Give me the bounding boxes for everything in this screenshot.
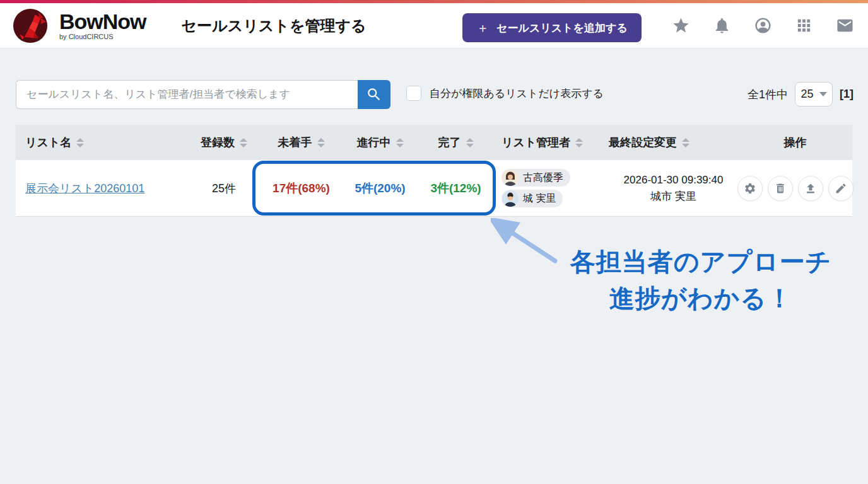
table-row: 展示会リスト20260101 25件 17件(68%) 5件(20%) 3件(1… [16, 160, 852, 217]
caret-down-icon [819, 92, 827, 96]
edit-button[interactable] [828, 176, 853, 201]
last-modified-cell: 2026-01-30 09:39:40 城市 実里 [602, 172, 738, 205]
permission-filter: 自分が権限あるリストだけ表示する [406, 86, 604, 101]
sort-icon[interactable] [317, 138, 325, 147]
manager-name: 古高優季 [523, 171, 563, 185]
page-title: セールスリストを管理する [182, 16, 367, 36]
app-header: BowNow by CloudCIRCUS セールスリストを管理する ＋ セール… [0, 3, 868, 49]
add-saleslist-label: セールスリストを追加する [496, 21, 628, 35]
annotation-line1: 各担当者のアプローチ [540, 243, 862, 280]
gear-icon [744, 182, 756, 195]
sort-icon[interactable] [240, 138, 247, 147]
search-box [16, 80, 390, 109]
registered-cell: 25件 [186, 181, 262, 196]
star-icon[interactable] [672, 16, 690, 35]
completed-cell: 3件(12%) [419, 180, 492, 197]
last-modified-by: 城市 実里 [650, 188, 696, 205]
plus-icon: ＋ [476, 20, 489, 37]
saleslist-table: リスト名 登録数 未着手 進行中 完了 リスト管理者 [16, 125, 852, 217]
in-progress-cell: 5件(20%) [341, 180, 419, 197]
total-count-label: 全1件中 [748, 87, 788, 102]
bell-icon[interactable] [713, 16, 731, 35]
annotation-line2: 進捗がわかる！ [540, 280, 862, 316]
column-header-last-modified[interactable]: 最終設定変更 [602, 135, 738, 150]
not-started-cell: 17件(68%) [262, 180, 341, 197]
column-header-managers[interactable]: リスト管理者 [492, 135, 602, 150]
account-icon[interactable] [754, 16, 772, 35]
sort-icon[interactable] [682, 138, 689, 147]
brand-subtitle: by CloudCIRCUS [59, 33, 146, 40]
delete-button[interactable] [768, 176, 793, 201]
search-button[interactable] [358, 80, 390, 109]
column-header-completed[interactable]: 完了 [419, 135, 492, 150]
avatar [502, 190, 519, 207]
last-modified-datetime: 2026-01-30 09:39:40 [624, 172, 724, 188]
bownow-logo-icon[interactable] [13, 8, 48, 43]
table-header-row: リスト名 登録数 未着手 進行中 完了 リスト管理者 [16, 125, 852, 160]
pagination-bar: 全1件中 25 [1] [748, 82, 853, 107]
column-header-actions: 操作 [738, 135, 852, 150]
actions-cell [738, 176, 852, 201]
permission-filter-label: 自分が権限あるリストだけ表示する [430, 86, 604, 101]
sort-icon[interactable] [575, 138, 583, 147]
grid-icon[interactable] [795, 16, 813, 35]
trash-icon [774, 182, 787, 195]
manager-chip[interactable]: 古高優季 [501, 169, 570, 187]
brand-name: BowNow [59, 11, 146, 32]
list-name-link[interactable]: 展示会リスト20260101 [25, 181, 144, 196]
per-page-select[interactable]: 25 [795, 82, 833, 107]
brand: BowNow by CloudCIRCUS [59, 11, 146, 40]
sort-icon[interactable] [396, 138, 404, 147]
upload-icon [804, 182, 817, 195]
manager-chip[interactable]: 城 実里 [501, 190, 563, 207]
column-header-list-name[interactable]: リスト名 [16, 135, 186, 150]
column-header-in-progress[interactable]: 進行中 [341, 135, 419, 150]
permission-filter-checkbox[interactable] [406, 86, 421, 101]
screen: BowNow by CloudCIRCUS セールスリストを管理する ＋ セール… [0, 0, 868, 484]
managers-cell: 古高優季 城 実里 [492, 169, 602, 207]
mail-icon[interactable] [836, 16, 854, 35]
page-indicator[interactable]: [1] [840, 88, 853, 101]
sort-icon[interactable] [466, 138, 474, 147]
upload-button[interactable] [798, 176, 823, 201]
avatar [502, 170, 519, 186]
column-header-not-started[interactable]: 未着手 [262, 135, 341, 150]
settings-button[interactable] [737, 176, 763, 201]
manager-name: 城 実里 [523, 192, 556, 205]
header-icon-bar [672, 3, 854, 48]
column-header-registered[interactable]: 登録数 [186, 135, 262, 150]
search-icon [366, 86, 382, 103]
add-saleslist-button[interactable]: ＋ セールスリストを追加する [462, 13, 642, 42]
pencil-icon [835, 182, 847, 195]
search-input[interactable] [16, 80, 358, 109]
sort-icon[interactable] [76, 138, 84, 147]
annotation-callout: 各担当者のアプローチ 進捗がわかる！ [540, 243, 862, 316]
per-page-value: 25 [801, 88, 813, 101]
list-name-cell: 展示会リスト20260101 [16, 181, 186, 196]
